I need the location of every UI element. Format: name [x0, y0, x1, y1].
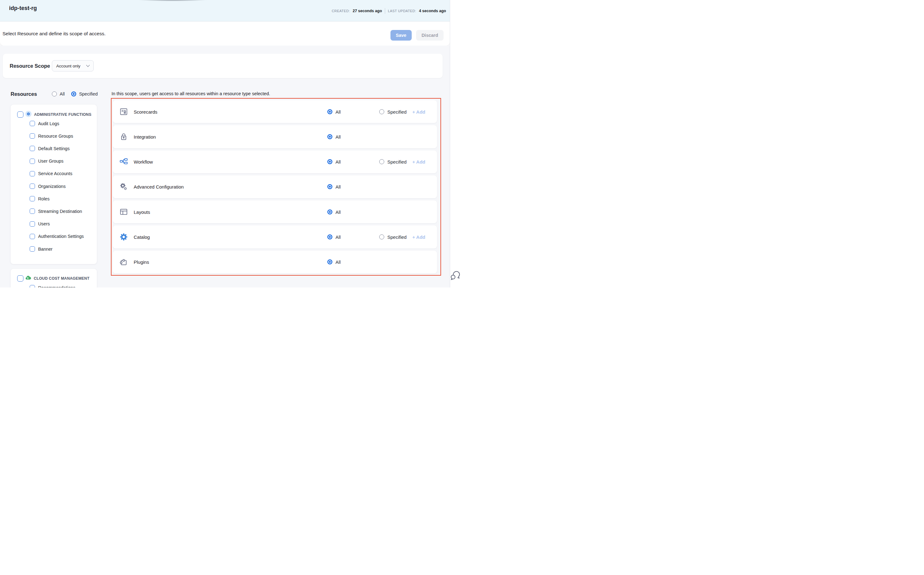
all-radio[interactable]: [327, 159, 332, 164]
resource-scope-label: Resource Scope: [10, 54, 50, 78]
specified-label: Specified: [387, 109, 407, 114]
resource-item: Banner: [11, 246, 97, 252]
all-radio[interactable]: [327, 184, 332, 189]
resource-type-row: ScorecardsAllSpecified+ Add: [113, 100, 437, 123]
chevron-down-icon: [86, 65, 90, 67]
resource-type-name: Plugins: [134, 259, 149, 265]
add-link[interactable]: + Add: [412, 159, 425, 165]
last-updated-value: 4 seconds ago: [419, 9, 446, 13]
resource-item: Users: [11, 221, 97, 227]
specified-radio[interactable]: [379, 159, 384, 164]
item-checkbox[interactable]: [30, 221, 35, 227]
right-gutter: [450, 0, 462, 288]
item-checkbox[interactable]: [30, 146, 35, 151]
all-label: All: [336, 109, 341, 114]
item-checkbox[interactable]: [30, 208, 35, 214]
resource-type-row: LayoutsAll: [113, 200, 437, 223]
resources-title: Resources: [11, 91, 52, 97]
item-label: Authentication Settings: [38, 234, 84, 239]
all-radio[interactable]: [327, 234, 332, 240]
all-label: All: [336, 159, 341, 165]
specified-radio[interactable]: [379, 234, 384, 240]
item-label: Default Settings: [38, 146, 70, 151]
group-checkbox[interactable]: [17, 111, 24, 118]
item-label: User Groups: [38, 159, 64, 164]
page-header: idp-test-rg CREATED: 27 seconds ago LAST…: [0, 0, 450, 22]
item-checkbox[interactable]: [30, 234, 35, 239]
resource-group-card: ADMINISTRATIVE FUNCTIONSAudit LogsResour…: [11, 105, 97, 264]
item-checkbox[interactable]: [30, 159, 35, 164]
resources-specified-label: Specified: [79, 92, 98, 97]
item-label: Roles: [38, 196, 50, 201]
chat-bubbles-icon[interactable]: [451, 270, 461, 280]
all-radio[interactable]: [327, 259, 332, 264]
resource-group-header: ADMINISTRATIVE FUNCTIONS: [11, 111, 97, 118]
resource-item: User Groups: [11, 159, 97, 164]
specified-label: Specified: [387, 159, 407, 165]
discard-button[interactable]: Discard: [416, 30, 444, 41]
item-checkbox[interactable]: [30, 133, 35, 138]
resource-type-name: Workflow: [134, 159, 153, 165]
item-checkbox[interactable]: [30, 285, 35, 288]
layout-icon: [119, 208, 128, 216]
resource-group-card: $CLOUD COST MANAGEMENTRecommendations: [11, 269, 97, 288]
save-button[interactable]: Save: [390, 30, 412, 41]
all-label: All: [336, 209, 341, 214]
resource-type-name: Catalog: [134, 234, 150, 240]
gear-badge-icon: [25, 111, 32, 118]
resource-type-row: WorkflowAllSpecified+ Add: [113, 151, 437, 173]
all-radio[interactable]: [327, 109, 332, 114]
resources-specified-radio[interactable]: [71, 92, 76, 97]
content-area: Resource Scope Account only Resources Al…: [0, 46, 450, 288]
header-meta: CREATED: 27 seconds ago LAST UPDATED: 4 …: [332, 0, 446, 22]
page: idp-test-rg CREATED: 27 seconds ago LAST…: [0, 0, 462, 288]
svg-text:$: $: [27, 276, 29, 280]
catalog-gear-icon: [119, 233, 128, 241]
workflow-icon: [119, 158, 128, 166]
resource-group-header: $CLOUD COST MANAGEMENT: [11, 275, 97, 281]
item-checkbox[interactable]: [30, 246, 35, 252]
specified-radio[interactable]: [379, 109, 384, 114]
resource-type-row: PluginsAll: [113, 251, 437, 273]
created-label: CREATED:: [332, 9, 350, 13]
resources-all-radio[interactable]: [52, 92, 57, 97]
page-title: idp-test-rg: [9, 5, 37, 11]
group-name: ADMINISTRATIVE FUNCTIONS: [34, 113, 92, 117]
tab-shadow-artifact: [137, 0, 209, 1]
group-name: CLOUD COST MANAGEMENT: [34, 276, 89, 281]
item-label: Resource Groups: [38, 133, 73, 138]
scorecard-icon: [119, 108, 128, 116]
action-bar: Select Resource and define its scope of …: [0, 22, 450, 46]
resource-item: Streaming Destination: [11, 208, 97, 214]
resource-scope-value: Account only: [56, 64, 80, 68]
resources-all-label: All: [60, 92, 65, 97]
specified-label: Specified: [387, 234, 407, 240]
all-radio[interactable]: [327, 134, 332, 139]
item-label: Streaming Destination: [38, 209, 82, 214]
item-checkbox[interactable]: [30, 196, 35, 201]
main-column: idp-test-rg CREATED: 27 seconds ago LAST…: [0, 0, 450, 288]
resource-item: Resource Groups: [11, 133, 97, 138]
item-checkbox[interactable]: [30, 184, 35, 189]
resource-item: Recommendations: [11, 285, 97, 288]
add-link[interactable]: + Add: [412, 109, 425, 114]
item-label: Recommendations: [38, 285, 75, 288]
item-label: Audit Logs: [38, 121, 59, 126]
resource-item: Authentication Settings: [11, 234, 97, 239]
item-label: Organizations: [38, 184, 65, 189]
all-label: All: [336, 259, 341, 265]
resource-scope-dropdown[interactable]: Account only: [52, 60, 94, 71]
resource-item: Roles: [11, 196, 97, 201]
group-checkbox[interactable]: [17, 275, 24, 281]
item-checkbox[interactable]: [30, 171, 35, 176]
item-label: Users: [38, 221, 50, 226]
resource-type-row: Advanced ConfigurationAll: [113, 175, 437, 198]
resource-scope-card: Resource Scope Account only: [3, 54, 443, 78]
resource-item: Service Accounts: [11, 171, 97, 176]
ccm-cloud-icon: $: [25, 275, 31, 281]
meta-divider: [385, 8, 385, 14]
add-link[interactable]: + Add: [412, 234, 425, 240]
item-checkbox[interactable]: [30, 121, 35, 126]
resources-header: Resources All Specified: [11, 91, 98, 97]
all-radio[interactable]: [327, 210, 332, 214]
